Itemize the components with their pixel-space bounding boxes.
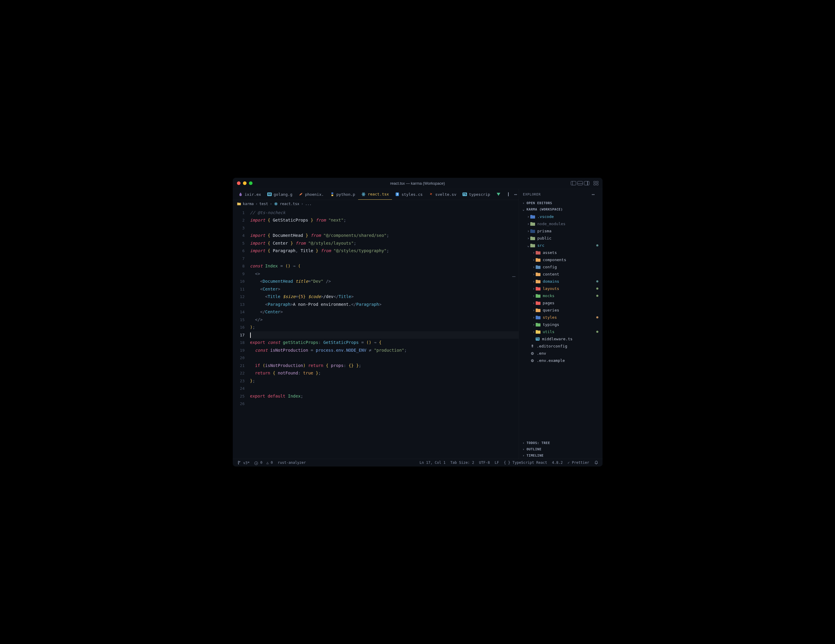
code-line[interactable]: <DocumentHead title="Dev" /> <box>250 277 518 286</box>
problems[interactable]: × 0 △ 0 <box>254 461 273 465</box>
section-todos[interactable]: › TODOS: TREE <box>519 440 603 446</box>
editor-tab[interactable]: GOgolang.g <box>264 189 296 200</box>
code-line[interactable]: import { DocumentHead } from "@/componen… <box>250 232 518 240</box>
editor-tab[interactable]: phoenix. <box>296 189 327 200</box>
line-number[interactable]: 19 <box>233 347 245 354</box>
line-number[interactable]: 12 <box>233 293 245 301</box>
line-number[interactable]: 20 <box>233 354 245 362</box>
line-number[interactable]: 6 <box>233 247 245 255</box>
folder-item[interactable]: ›.vscode <box>519 213 603 221</box>
editor-tab[interactable]: svelte.sv <box>426 189 459 200</box>
fold-indicator-icon[interactable]: — <box>512 273 516 279</box>
layout-grid-icon[interactable] <box>593 181 598 185</box>
code-line[interactable]: // @ts-nocheck <box>250 209 518 217</box>
folder-item[interactable]: ›mocks <box>519 292 603 300</box>
eol[interactable]: LF <box>495 461 499 465</box>
folder-item[interactable]: ›components <box>519 256 603 264</box>
code-line[interactable] <box>250 384 518 393</box>
more-tabs-icon[interactable]: ⋯ <box>511 191 518 197</box>
maximize-window-button[interactable] <box>249 182 253 185</box>
code-line[interactable]: return { notFound: true }; <box>250 369 518 377</box>
folder-item[interactable]: ›layouts <box>519 285 603 292</box>
folder-item[interactable]: ›content <box>519 271 603 278</box>
folder-item[interactable]: ›config <box>519 264 603 271</box>
line-number[interactable]: 1 <box>233 209 245 217</box>
code-line[interactable]: ); <box>250 323 518 331</box>
code-line[interactable] <box>250 400 518 408</box>
editor-tab[interactable]: ixir.ex <box>235 189 264 200</box>
toggle-sidebar-right-icon[interactable] <box>584 181 590 185</box>
line-number[interactable]: 2 <box>233 216 245 224</box>
breadcrumb-item[interactable]: karma <box>243 202 254 206</box>
code-line[interactable]: <> <box>250 270 518 278</box>
line-number[interactable]: 26 <box>233 400 245 408</box>
close-window-button[interactable] <box>237 182 240 185</box>
file-item[interactable]: .env <box>519 350 603 357</box>
lsp-status[interactable]: rust-analyzer <box>278 461 306 465</box>
code-line[interactable]: const Index = () ⇒ ( <box>250 262 518 270</box>
code-line[interactable]: }; <box>250 377 518 385</box>
code-line[interactable]: import { Paragraph, Title } from "@/styl… <box>250 247 518 255</box>
line-number[interactable]: 14 <box>233 308 245 316</box>
folder-item[interactable]: ›node_modules <box>519 221 603 227</box>
code-line[interactable] <box>250 224 518 232</box>
minimize-window-button[interactable] <box>243 182 247 185</box>
code-line[interactable]: </> <box>250 316 518 324</box>
line-number[interactable]: 4 <box>233 232 245 240</box>
encoding[interactable]: UTF-8 <box>479 461 490 465</box>
file-item[interactable]: .editorconfig <box>519 343 603 350</box>
line-number[interactable]: 8 <box>233 262 245 270</box>
line-number[interactable]: 10 <box>233 277 245 286</box>
line-number[interactable]: 13 <box>233 301 245 308</box>
line-number[interactable]: 9 <box>233 270 245 278</box>
bell-icon[interactable] <box>594 460 598 465</box>
code-line[interactable]: const isNotProduction = process.env.NODE… <box>250 347 518 354</box>
toggle-panel-icon[interactable] <box>577 181 583 185</box>
section-timeline[interactable]: › TIMELINE <box>519 453 603 459</box>
line-number[interactable]: 7 <box>233 255 245 263</box>
folder-item[interactable]: ›styles <box>519 314 603 321</box>
folder-item[interactable]: ⌄src <box>519 242 603 249</box>
more-actions-icon[interactable]: ⋯ <box>589 191 598 197</box>
editor-tab[interactable] <box>493 189 506 200</box>
code-line[interactable] <box>250 255 518 263</box>
line-number[interactable]: 17 <box>233 331 245 339</box>
breadcrumb-item[interactable]: test <box>260 202 268 206</box>
ts-version[interactable]: 4.8.2 <box>552 461 563 465</box>
line-number[interactable]: 3 <box>233 224 245 232</box>
folder-item[interactable]: ›utils <box>519 328 603 336</box>
code-line[interactable]: import { Center } from "@/styles/layouts… <box>250 240 518 247</box>
line-number[interactable]: 15 <box>233 316 245 324</box>
language-mode[interactable]: { } TypeScript React <box>504 461 547 465</box>
line-number[interactable]: 16 <box>233 323 245 331</box>
file-item[interactable]: .env.example <box>519 357 603 364</box>
folder-item[interactable]: ›prisma <box>519 227 603 235</box>
code-line[interactable]: <Paragraph>A non-Prod environment.</Para… <box>250 301 518 308</box>
cursor-position[interactable]: Ln 17, Col 1 <box>419 461 446 465</box>
folder-item[interactable]: ›pages <box>519 300 603 307</box>
folder-item[interactable]: ›typings <box>519 321 603 328</box>
section-outline[interactable]: › OUTLINE <box>519 446 603 453</box>
split-editor-icon[interactable] <box>508 192 508 196</box>
indentation[interactable]: Tab Size: 2 <box>450 461 474 465</box>
section-open-editors[interactable]: › OPEN EDITORS <box>519 200 603 206</box>
editor-tab[interactable]: TStypescrip <box>460 189 493 200</box>
folder-item[interactable]: ›public <box>519 235 603 242</box>
code-line[interactable]: import { GetStaticProps } from "next"; <box>250 216 518 224</box>
code-line[interactable]: <Title $size={5} $code>/dev</Title> <box>250 293 518 301</box>
line-number[interactable]: 11 <box>233 286 245 293</box>
line-number[interactable]: 21 <box>233 362 245 370</box>
section-workspace[interactable]: ⌄ KARMA (WORKSPACE) <box>519 206 603 213</box>
file-item[interactable]: TSmiddleware.ts <box>519 336 603 343</box>
folder-item[interactable]: ›queries <box>519 307 603 314</box>
formatter[interactable]: ✓ Prettier <box>567 461 589 465</box>
code-line[interactable] <box>250 331 518 339</box>
breadcrumbs[interactable]: karma › test › react.tsx › ... <box>233 200 518 208</box>
code-editor[interactable]: 1234567891011121314151617181920212223242… <box>233 208 518 459</box>
line-number[interactable]: 5 <box>233 240 245 247</box>
line-number[interactable]: 25 <box>233 393 245 400</box>
breadcrumb-item[interactable]: react.tsx <box>280 202 299 206</box>
folder-item[interactable]: ›assets <box>519 249 603 256</box>
editor-tab[interactable]: python.p <box>327 189 358 200</box>
code-line[interactable]: export default Index; <box>250 393 518 400</box>
